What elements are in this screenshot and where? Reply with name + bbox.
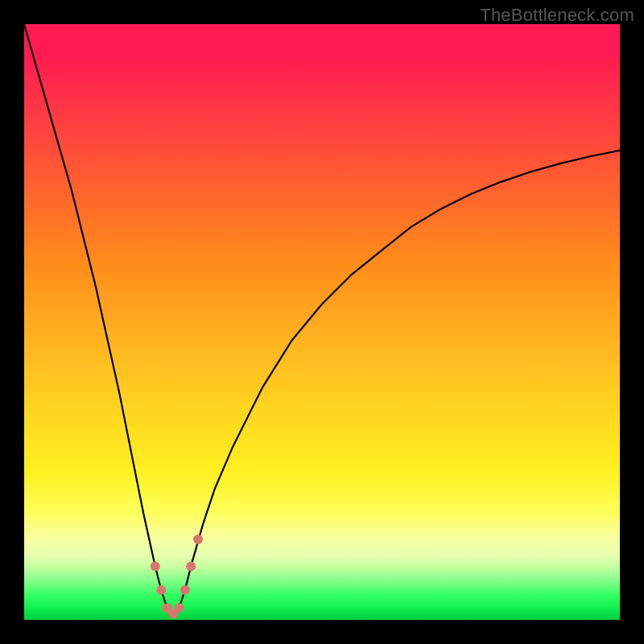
- plot-area: [24, 24, 620, 620]
- curve-marker: [186, 561, 196, 571]
- curve-marker: [151, 561, 160, 571]
- curve-marker: [193, 535, 203, 544]
- curve-marker: [156, 585, 166, 595]
- curve-marker: [174, 603, 184, 613]
- chart-frame: TheBottleneck.com: [0, 0, 644, 644]
- chart-svg: [24, 24, 620, 620]
- bottleneck-curve: [24, 24, 620, 614]
- curve-marker: [180, 585, 190, 595]
- watermark-text: TheBottleneck.com: [480, 5, 634, 26]
